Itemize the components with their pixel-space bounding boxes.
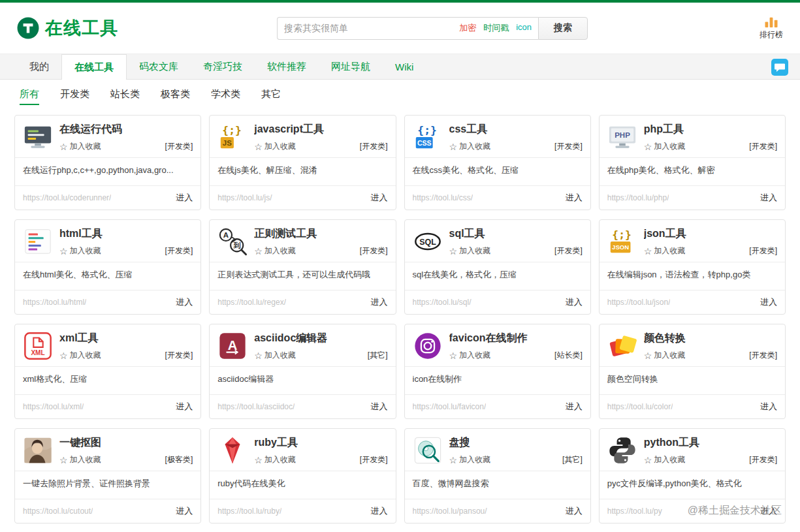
nav-tab-5[interactable]: 软件推荐 — [255, 54, 319, 79]
star-icon: ☆ — [449, 247, 458, 256]
add-favorite-button[interactable]: ☆ 加入收藏 — [449, 141, 491, 152]
card-url-link[interactable]: https://tool.lu/asciidoc/ — [217, 402, 295, 411]
filter-3[interactable]: 站长类 — [110, 88, 140, 105]
card-url-link[interactable]: https://tool.lu/php/ — [607, 193, 669, 202]
card-url-link[interactable]: https://tool.lu/css/ — [413, 193, 473, 202]
card-description: icon在线制作 — [405, 367, 590, 394]
card-head: {;}JSON json工具 ☆ 加入收藏 [开发类] — [600, 220, 785, 262]
header: 在线工具 加密时间戳icon 搜索 排行榜 — [0, 3, 800, 54]
filter-6[interactable]: 其它 — [261, 88, 281, 105]
star-icon: ☆ — [254, 247, 263, 256]
filter-4[interactable]: 极客类 — [161, 88, 190, 105]
nav-tab-1[interactable]: 我的 — [17, 54, 61, 79]
add-favorite-button[interactable]: ☆ 加入收藏 — [449, 245, 491, 257]
card-url-link[interactable]: https://tool.lu/sql/ — [413, 298, 472, 307]
card-url-link[interactable]: https://tool.lu/coderunner/ — [23, 193, 111, 202]
add-favorite-button[interactable]: ☆ 加入收藏 — [59, 350, 101, 361]
enter-link[interactable]: 进入 — [760, 505, 777, 517]
category-badge: [开发类] — [749, 245, 777, 257]
card-footer: https://tool.lu/cutout/ 进入 — [15, 499, 200, 523]
card-url-link[interactable]: https://tool.lu/js/ — [217, 193, 272, 202]
enter-link[interactable]: 进入 — [760, 192, 777, 204]
filter-2[interactable]: 开发类 — [60, 88, 89, 105]
nav-tab-7[interactable]: Wiki — [383, 54, 426, 79]
tool-card: ruby工具 ☆ 加入收藏 [开发类] ruby代码在线美化 https://t… — [209, 428, 396, 524]
add-favorite-button[interactable]: ☆ 加入收藏 — [254, 141, 296, 152]
card-title: sql工具 — [449, 227, 583, 241]
svg-text:到: 到 — [233, 242, 240, 249]
card-footer: https://tool.lu/favicon/ 进入 — [405, 394, 590, 418]
card-url-link[interactable]: https://tool.lu/json/ — [607, 298, 671, 307]
enter-link[interactable]: 进入 — [566, 296, 583, 308]
add-favorite-button[interactable]: ☆ 加入收藏 — [644, 141, 686, 152]
hot-tag-3[interactable]: icon — [516, 22, 532, 34]
category-badge: [开发类] — [554, 245, 583, 257]
enter-link[interactable]: 进入 — [176, 505, 193, 517]
add-favorite-button[interactable]: ☆ 加入收藏 — [449, 454, 491, 465]
add-favorite-button[interactable]: ☆ 加入收藏 — [449, 350, 491, 361]
card-url-link[interactable]: https://tool.lu/html/ — [23, 298, 86, 307]
nav-tab-2[interactable]: 在线工具 — [61, 54, 127, 80]
search-area: 加密时间戳icon 搜索 — [277, 17, 588, 40]
card-footer: https://tool.lu/coderunner/ 进入 — [15, 185, 200, 210]
add-favorite-button[interactable]: ☆ 加入收藏 — [254, 350, 296, 361]
filter-5[interactable]: 学术类 — [211, 88, 240, 105]
card-url-link[interactable]: https://tool.lu/regex/ — [217, 298, 286, 307]
add-favorite-button[interactable]: ☆ 加入收藏 — [254, 454, 296, 465]
card-url-link[interactable]: https://tool.lu/pansou/ — [413, 507, 487, 516]
hot-tag-2[interactable]: 时间戳 — [483, 22, 509, 34]
card-url-link[interactable]: https://tool.lu/color/ — [607, 402, 673, 411]
card-description: ruby代码在线美化 — [210, 471, 395, 499]
add-favorite-button[interactable]: ☆ 加入收藏 — [59, 245, 101, 257]
favorite-label: 加入收藏 — [654, 141, 685, 152]
card-url-link[interactable]: https://tool.lu/xml/ — [23, 402, 84, 411]
card-head: ruby工具 ☆ 加入收藏 [开发类] — [210, 429, 395, 471]
bar-chart-icon — [763, 16, 779, 28]
chat-button[interactable] — [771, 59, 788, 76]
category-badge: [开发类] — [165, 245, 193, 257]
favorite-label: 加入收藏 — [654, 454, 685, 465]
card-description: 一键去除照片背景、证件照换背景 — [15, 471, 200, 499]
add-favorite-button[interactable]: ☆ 加入收藏 — [644, 350, 686, 361]
nav-tab-3[interactable]: 码农文库 — [127, 54, 191, 79]
site-logo[interactable]: 在线工具 — [17, 16, 118, 40]
card-url-link[interactable]: https://tool.lu/ruby/ — [217, 507, 281, 516]
card-url-link[interactable]: https://tool.lu/favicon/ — [413, 402, 487, 411]
card-url-link[interactable]: https://tool.lu/py — [607, 507, 662, 516]
nav-tab-6[interactable]: 网址导航 — [319, 54, 383, 79]
svg-text:JS: JS — [223, 139, 232, 147]
card-url-link[interactable]: https://tool.lu/cutout/ — [23, 507, 93, 516]
enter-link[interactable]: 进入 — [760, 401, 777, 413]
add-favorite-button[interactable]: ☆ 加入收藏 — [59, 454, 101, 465]
enter-link[interactable]: 进入 — [176, 192, 193, 204]
enter-link[interactable]: 进入 — [176, 401, 193, 413]
ranking-link[interactable]: 排行榜 — [760, 16, 783, 40]
hot-tag-1[interactable]: 加密 — [459, 22, 476, 34]
enter-link[interactable]: 进入 — [566, 401, 583, 413]
search-input[interactable] — [284, 23, 454, 33]
add-favorite-button[interactable]: ☆ 加入收藏 — [59, 141, 101, 152]
enter-link[interactable]: 进入 — [371, 192, 388, 204]
python-icon — [607, 435, 637, 465]
photo-cutout-icon — [23, 435, 53, 465]
filter-1[interactable]: 所有 — [20, 88, 39, 105]
card-description: 在线js美化、解压缩、混淆 — [210, 158, 395, 185]
add-favorite-button[interactable]: ☆ 加入收藏 — [644, 454, 686, 465]
enter-link[interactable]: 进入 — [371, 401, 388, 413]
card-head: 盘搜 ☆ 加入收藏 [其它] — [405, 429, 590, 471]
card-head: html工具 ☆ 加入收藏 [开发类] — [15, 220, 200, 262]
add-favorite-button[interactable]: ☆ 加入收藏 — [254, 245, 296, 257]
enter-link[interactable]: 进入 — [176, 296, 193, 308]
search-button[interactable]: 搜索 — [538, 17, 588, 40]
enter-link[interactable]: 进入 — [566, 192, 583, 204]
main-navbar: 我的在线工具码农文库奇淫巧技软件推荐网址导航Wiki — [0, 54, 800, 80]
enter-link[interactable]: 进入 — [371, 296, 388, 308]
star-icon: ☆ — [449, 456, 458, 465]
card-head: A到 正则测试工具 ☆ 加入收藏 [开发类] — [210, 220, 395, 262]
filter-tabs: 所有开发类站长类极客类学术类其它 — [0, 80, 800, 111]
nav-tab-4[interactable]: 奇淫巧技 — [191, 54, 255, 79]
enter-link[interactable]: 进入 — [566, 505, 583, 517]
add-favorite-button[interactable]: ☆ 加入收藏 — [644, 245, 686, 257]
enter-link[interactable]: 进入 — [371, 505, 388, 517]
enter-link[interactable]: 进入 — [760, 296, 777, 308]
